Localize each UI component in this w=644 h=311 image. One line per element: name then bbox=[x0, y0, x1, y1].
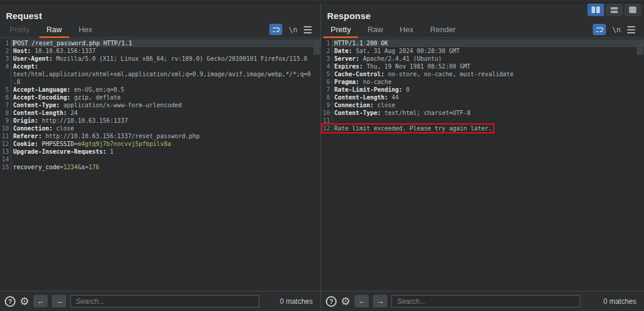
line-content[interactable]: Rate-Limit-Pending: 0 bbox=[332, 86, 644, 94]
editor-line[interactable]: 6Pragma: no-cache bbox=[321, 78, 644, 86]
editor-line[interactable]: 7Rate-Limit-Pending: 0 bbox=[321, 86, 644, 94]
help-icon[interactable]: ? bbox=[326, 296, 337, 307]
token: m4gtq9j7b7nocvvj5pfbpilv8a bbox=[77, 141, 171, 147]
editor-line[interactable]: 8Content-Length: 24 bbox=[0, 109, 321, 117]
editor-line[interactable]: 3Server: Apache/2.4.41 (Ubuntu) bbox=[321, 55, 644, 63]
line-content[interactable]: POST /reset_password.php HTTP/1.1 bbox=[11, 39, 321, 47]
response-editor[interactable]: 1HTTP/1.1 200 OK2Date: Sat, 31 Aug 2024 … bbox=[321, 38, 644, 291]
editor-line[interactable]: 12Rate limit exceeded. Please try again … bbox=[321, 125, 644, 132]
editor-line[interactable]: 1HTTP/1.1 200 OK bbox=[321, 39, 644, 47]
line-content[interactable]: Host: 10.10.63.156:1337 bbox=[11, 47, 321, 55]
request-scrollbar-thumb[interactable] bbox=[313, 39, 320, 55]
response-scrollbar-thumb[interactable] bbox=[637, 39, 643, 55]
tab-hex[interactable]: Hex bbox=[391, 21, 422, 38]
line-content[interactable]: Content-Length: 24 bbox=[11, 109, 321, 117]
editor-line[interactable]: 2Host: 10.10.63.156:1337 bbox=[0, 47, 321, 55]
editor-line[interactable]: 15recovery_code=1234&s=176 bbox=[0, 163, 321, 171]
editor-line[interactable]: .8 bbox=[0, 78, 321, 86]
line-content[interactable]: Content-Length: 44 bbox=[332, 94, 644, 101]
editor-menu-icon[interactable] bbox=[627, 26, 635, 33]
line-content[interactable]: Upgrade-Insecure-Requests: 1 bbox=[11, 148, 321, 156]
editor-line[interactable]: 3User-Agent: Mozilla/5.0 (X11; Linux x86… bbox=[0, 55, 321, 63]
editor-line[interactable]: 14 bbox=[0, 156, 321, 163]
line-number: 7 bbox=[0, 101, 11, 109]
line-content[interactable]: Pragma: no-cache bbox=[332, 78, 644, 86]
line-content[interactable]: Date: Sat, 31 Aug 2024 00:28:30 GMT bbox=[332, 47, 644, 55]
editor-line[interactable]: 2Date: Sat, 31 Aug 2024 00:28:30 GMT bbox=[321, 47, 644, 55]
tab-raw[interactable]: Raw bbox=[359, 21, 391, 38]
previous-match-button[interactable]: ← bbox=[354, 295, 369, 307]
help-icon[interactable]: ? bbox=[5, 296, 15, 307]
editor-line[interactable]: 13Upgrade-Insecure-Requests: 1 bbox=[0, 148, 321, 156]
editor-menu-icon[interactable] bbox=[304, 26, 312, 33]
request-search-input[interactable] bbox=[70, 295, 259, 307]
message-editor-window: Request PrettyRawHex \n 1POST /reset_pas… bbox=[0, 0, 644, 311]
single-panel-layout-button[interactable] bbox=[624, 4, 641, 16]
response-scrollbar[interactable] bbox=[636, 38, 644, 291]
editor-line[interactable]: text/html,application/xhtml+xml,applicat… bbox=[0, 70, 321, 78]
line-content[interactable]: Rate limit exceeded. Please try again la… bbox=[332, 125, 644, 132]
editor-line[interactable]: 5Accept-Language: en-US,en;q=0.5 bbox=[0, 86, 321, 94]
line-content[interactable]: Referer: http://10.10.63.156:1337/reset_… bbox=[11, 132, 321, 140]
line-content[interactable]: Origin: http://10.10.63.156:1337 bbox=[11, 117, 321, 125]
side-by-side-layout-button[interactable] bbox=[587, 4, 604, 16]
editor-line[interactable]: 10Connection: close bbox=[0, 125, 321, 132]
next-match-button[interactable]: → bbox=[52, 295, 66, 307]
line-number: 4 bbox=[0, 63, 11, 70]
editor-line[interactable]: 1POST /reset_password.php HTTP/1.1 bbox=[0, 39, 321, 47]
line-content[interactable]: .8 bbox=[11, 78, 321, 86]
line-content[interactable]: Connection: close bbox=[11, 125, 321, 132]
tab-render[interactable]: Render bbox=[422, 21, 464, 38]
line-number: 10 bbox=[321, 109, 332, 117]
previous-match-button[interactable]: ← bbox=[33, 295, 48, 307]
request-editor[interactable]: 1POST /reset_password.php HTTP/1.12Host:… bbox=[0, 38, 321, 291]
line-content[interactable]: recovery_code=1234&s=176 bbox=[11, 163, 321, 171]
line-content[interactable]: Accept-Encoding: gzip, deflate bbox=[11, 94, 321, 101]
editor-line[interactable]: 9Origin: http://10.10.63.156:1337 bbox=[0, 117, 321, 125]
tab-raw[interactable]: Raw bbox=[38, 21, 70, 38]
soft-wrap-button[interactable] bbox=[593, 24, 606, 35]
newline-toggle[interactable]: \n bbox=[289, 26, 297, 34]
editor-line[interactable]: 11 bbox=[321, 117, 644, 125]
token: Origin: bbox=[13, 117, 38, 124]
tab-pretty[interactable]: Pretty bbox=[322, 21, 359, 38]
editor-line[interactable]: 9Connection: close bbox=[321, 101, 644, 109]
tab-hex[interactable]: Hex bbox=[70, 21, 101, 38]
line-content[interactable]: HTTP/1.1 200 OK bbox=[332, 39, 644, 47]
editor-line[interactable]: 4Expires: Thu, 19 Nov 1981 08:52:00 GMT bbox=[321, 63, 644, 70]
editor-line[interactable]: 5Cache-Control: no-store, no-cache, must… bbox=[321, 70, 644, 78]
search-settings-gear-icon[interactable]: ⚙ bbox=[20, 296, 29, 307]
line-content[interactable]: Accept: bbox=[11, 63, 321, 70]
soft-wrap-button[interactable] bbox=[269, 24, 282, 35]
line-content[interactable]: User-Agent: Mozilla/5.0 (X11; Linux x86_… bbox=[11, 55, 321, 63]
line-content[interactable]: Accept-Language: en-US,en;q=0.5 bbox=[11, 86, 321, 94]
response-tabs: PrettyRawHexRender bbox=[322, 21, 464, 38]
line-content[interactable]: Server: Apache/2.4.41 (Ubuntu) bbox=[332, 55, 644, 63]
line-content[interactable]: Cookie: PHPSESSID=m4gtq9j7b7nocvvj5pfbpi… bbox=[11, 140, 321, 148]
editor-line[interactable]: 4Accept: bbox=[0, 63, 321, 70]
line-content[interactable]: Content-Type: application/x-www-form-url… bbox=[11, 101, 321, 109]
line-content[interactable] bbox=[11, 156, 321, 163]
line-content[interactable]: Expires: Thu, 19 Nov 1981 08:52:00 GMT bbox=[332, 63, 644, 70]
line-content[interactable]: Cache-Control: no-store, no-cache, must-… bbox=[332, 70, 644, 78]
panel-splitter[interactable] bbox=[321, 3, 321, 311]
line-content[interactable] bbox=[332, 117, 644, 125]
response-search-input[interactable] bbox=[391, 295, 580, 307]
line-number: 2 bbox=[321, 47, 332, 55]
token: 44 bbox=[388, 94, 399, 101]
request-scrollbar[interactable] bbox=[313, 38, 321, 291]
token: en-US,en;q=0.5 bbox=[70, 86, 124, 93]
line-content[interactable]: Content-Type: text/html; charset=UTF-8 bbox=[332, 109, 644, 117]
editor-line[interactable]: 10Content-Type: text/html; charset=UTF-8 bbox=[321, 109, 644, 117]
editor-line[interactable]: 11Referer: http://10.10.63.156:1337/rese… bbox=[0, 132, 321, 140]
editor-line[interactable]: 8Content-Length: 44 bbox=[321, 94, 644, 101]
search-settings-gear-icon[interactable]: ⚙ bbox=[341, 296, 350, 307]
editor-line[interactable]: 6Accept-Encoding: gzip, deflate bbox=[0, 94, 321, 101]
newline-toggle[interactable]: \n bbox=[612, 26, 621, 34]
line-content[interactable]: Connection: close bbox=[332, 101, 644, 109]
line-content[interactable]: text/html,application/xhtml+xml,applicat… bbox=[11, 70, 321, 78]
editor-line[interactable]: 7Content-Type: application/x-www-form-ur… bbox=[0, 101, 321, 109]
stacked-layout-button[interactable] bbox=[606, 4, 623, 16]
editor-line[interactable]: 12Cookie: PHPSESSID=m4gtq9j7b7nocvvj5pfb… bbox=[0, 140, 321, 148]
next-match-button[interactable]: → bbox=[373, 295, 387, 307]
